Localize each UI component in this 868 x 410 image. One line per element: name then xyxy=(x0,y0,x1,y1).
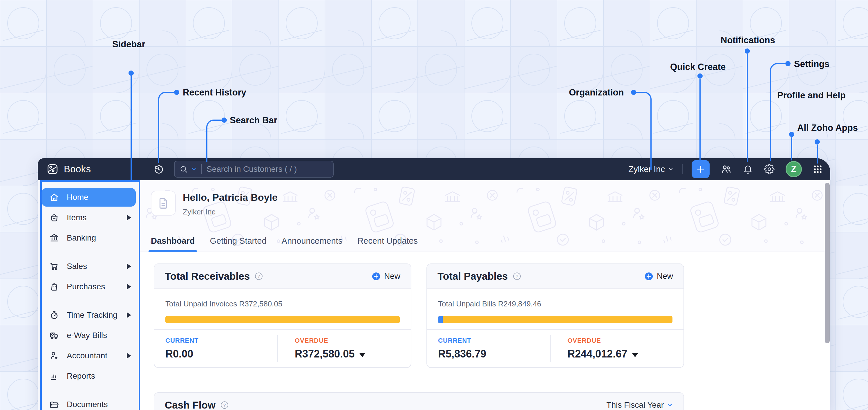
help-icon[interactable]: ? xyxy=(513,272,521,281)
card-footer: CURRENT R0.00 OVERDUE R372,580.05 xyxy=(154,329,411,367)
card-header: Cash Flow ? This Fiscal Year xyxy=(154,393,683,410)
profile-avatar[interactable]: Z xyxy=(785,161,802,177)
payables-progress-bar xyxy=(438,316,673,323)
bell-icon xyxy=(743,164,753,175)
greeting-title: Hello, Patricia Boyle xyxy=(183,192,278,203)
sidebar-item-reports[interactable]: Reports xyxy=(38,366,140,386)
items-icon xyxy=(49,213,59,223)
document-icon xyxy=(157,196,170,210)
new-bill-button[interactable]: New xyxy=(644,272,673,281)
submenu-arrow-icon xyxy=(127,284,131,290)
history-icon xyxy=(153,164,164,175)
overdue-amount-dropdown[interactable]: R244,012.67 xyxy=(567,348,638,360)
submenu-arrow-icon xyxy=(127,215,131,221)
current-amount: R5,836.79 xyxy=(438,348,550,360)
sidebar-item-eway-bills[interactable]: e-Way Bills xyxy=(38,325,140,346)
home-icon xyxy=(49,192,59,202)
help-icon[interactable]: ? xyxy=(220,401,229,409)
search-placeholder: Search in Customers ( / ) xyxy=(207,164,297,174)
current-segment xyxy=(438,316,443,323)
dropdown-caret-icon xyxy=(632,353,638,357)
tab-recent-updates[interactable]: Recent Updates xyxy=(358,236,418,252)
tab-getting-started[interactable]: Getting Started xyxy=(210,236,266,252)
cash-flow-card: Cash Flow ? This Fiscal Year xyxy=(154,392,684,410)
tab-dashboard[interactable]: Dashboard xyxy=(151,236,195,252)
overdue-label: OVERDUE xyxy=(295,337,366,344)
apps-grid-icon xyxy=(813,164,823,174)
folder-icon xyxy=(49,400,59,409)
sidebar-item-documents[interactable]: Documents xyxy=(38,394,140,410)
card-title: Cash Flow xyxy=(165,399,216,410)
sidebar-item-purchases[interactable]: Purchases xyxy=(38,277,140,297)
search-scope-chevron-icon[interactable] xyxy=(191,166,197,172)
settings-button[interactable] xyxy=(764,164,775,175)
total-receivables-card: Total Receivables ? New xyxy=(154,263,411,368)
cart-icon xyxy=(49,261,59,271)
users-button[interactable] xyxy=(721,164,732,175)
receivables-progress-bar xyxy=(165,316,400,323)
greeting-org: Zylker Inc xyxy=(183,208,216,217)
search-icon xyxy=(179,165,188,174)
chevron-down-icon xyxy=(668,166,674,172)
sidebar-item-accountant[interactable]: Accountant xyxy=(38,346,140,366)
truck-icon xyxy=(49,330,59,340)
search-divider xyxy=(202,164,202,174)
dropdown-caret-icon xyxy=(359,353,366,357)
submenu-arrow-icon xyxy=(127,353,131,359)
plus-circle-icon xyxy=(372,272,381,281)
sidebar-item-sales[interactable]: Sales xyxy=(38,256,140,277)
bar-chart-icon xyxy=(49,371,59,381)
total-payables-card: Total Payables ? New xyxy=(427,263,684,368)
current-label: CURRENT xyxy=(165,337,277,344)
zoho-books-logo-icon xyxy=(46,163,59,176)
plus-icon xyxy=(696,164,705,174)
dashboard-body: Total Receivables ? New xyxy=(140,252,830,410)
tab-announcements[interactable]: Announcements xyxy=(282,236,343,252)
top-navbar: Books Search in Customers ( / ) Zylker I… xyxy=(38,158,830,180)
bank-icon xyxy=(49,233,59,243)
recent-history-button[interactable] xyxy=(153,164,164,175)
svg-text:?: ? xyxy=(258,274,260,279)
new-invoice-button[interactable]: New xyxy=(372,272,400,281)
sidebar-item-time-tracking[interactable]: Time Tracking xyxy=(38,305,140,325)
current-label: CURRENT xyxy=(438,337,550,344)
all-zoho-apps-button[interactable] xyxy=(813,164,823,174)
search-input[interactable]: Search in Customers ( / ) xyxy=(174,161,334,178)
navbar-divider xyxy=(682,164,683,174)
help-icon[interactable]: ? xyxy=(254,272,263,281)
welcome-band: Hello, Patricia Boyle Zylker Inc Dashboa… xyxy=(140,180,830,252)
quick-create-button[interactable] xyxy=(692,160,710,178)
overdue-label: OVERDUE xyxy=(567,337,638,344)
plus-circle-icon xyxy=(644,272,653,281)
svg-text:?: ? xyxy=(516,274,518,279)
users-icon xyxy=(721,164,732,175)
organization-logo-tile xyxy=(151,191,176,216)
gear-icon xyxy=(764,164,775,175)
card-title: Total Receivables xyxy=(165,271,250,282)
scrollbar-thumb[interactable] xyxy=(825,183,830,343)
overdue-amount-dropdown[interactable]: R372,580.05 xyxy=(295,348,366,360)
sidebar-item-items[interactable]: Items xyxy=(38,208,140,228)
brand[interactable]: Books xyxy=(46,158,91,180)
card-title: Total Payables xyxy=(437,271,508,282)
organization-switcher[interactable]: Zylker Inc xyxy=(628,164,674,174)
card-header: Total Payables ? New xyxy=(427,264,683,289)
sidebar-item-banking[interactable]: Banking xyxy=(38,228,140,248)
fiscal-year-selector[interactable]: This Fiscal Year xyxy=(606,401,673,410)
unpaid-summary: Total Unpaid Invoices R372,580.05 xyxy=(165,299,400,309)
dashboard-tabs: Dashboard Getting Started Announcements … xyxy=(151,236,418,252)
main-content: Hello, Patricia Boyle Zylker Inc Dashboa… xyxy=(140,180,830,410)
organization-name: Zylker Inc xyxy=(628,164,665,174)
card-footer: CURRENT R5,836.79 OVERDUE R244,012.67 xyxy=(427,329,683,367)
accountant-icon xyxy=(49,351,59,361)
current-amount: R0.00 xyxy=(165,348,277,360)
chevron-down-icon xyxy=(666,402,673,408)
sidebar: Home Items Banking xyxy=(38,180,140,410)
svg-text:?: ? xyxy=(223,403,226,407)
avatar-letter: Z xyxy=(791,164,797,175)
sidebar-item-home[interactable]: Home xyxy=(42,188,136,207)
brand-name: Books xyxy=(64,164,91,175)
notifications-button[interactable] xyxy=(743,164,753,175)
app-window: Books Search in Customers ( / ) Zylker I… xyxy=(38,158,830,410)
stopwatch-icon xyxy=(49,310,59,320)
